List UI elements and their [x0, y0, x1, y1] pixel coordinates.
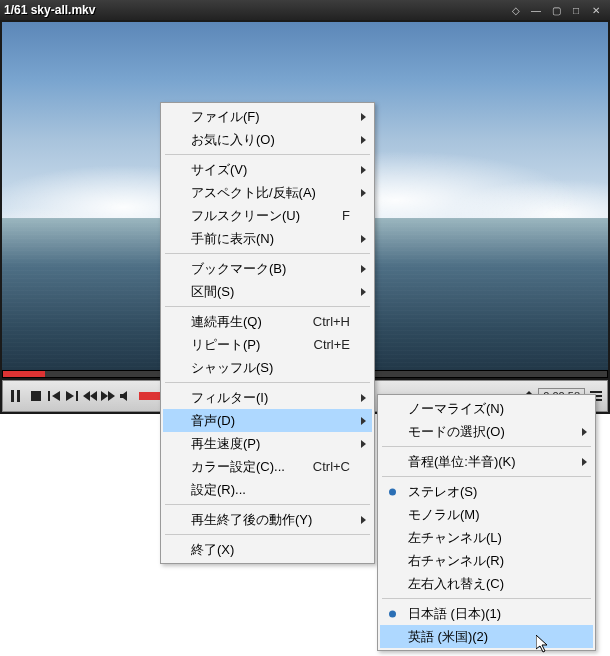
svg-marker-8: [90, 391, 97, 401]
svg-rect-3: [48, 391, 50, 401]
chevron-right-icon: [361, 394, 366, 402]
menu-fullscreen[interactable]: フルスクリーン(U)F: [163, 204, 372, 227]
menu-after-play[interactable]: 再生終了後の動作(Y): [163, 508, 372, 531]
audio-submenu: ノーマライズ(N) モードの選択(O) 音程(単位:半音)(K) ステレオ(S)…: [377, 394, 596, 651]
restore-icon[interactable]: ▢: [546, 3, 566, 17]
svg-marker-9: [101, 391, 108, 401]
svg-rect-1: [17, 390, 20, 402]
svg-marker-4: [52, 391, 60, 401]
svg-marker-11: [120, 391, 127, 401]
menu-color[interactable]: カラー設定(C)...Ctrl+C: [163, 455, 372, 478]
menu-separator: [165, 504, 370, 505]
prev-button[interactable]: [45, 384, 63, 408]
svg-rect-6: [76, 391, 78, 401]
menu-audio[interactable]: 音声(D): [163, 409, 372, 432]
menu-separator: [382, 446, 591, 447]
menu-speed[interactable]: 再生速度(P): [163, 432, 372, 455]
close-icon[interactable]: ✕: [586, 3, 606, 17]
submenu-stereo[interactable]: ステレオ(S): [380, 480, 593, 503]
chevron-right-icon: [361, 288, 366, 296]
svg-marker-5: [66, 391, 74, 401]
chevron-right-icon: [361, 189, 366, 197]
menu-separator: [382, 598, 591, 599]
context-menu: ファイル(F) お気に入り(O) サイズ(V) アスペクト比/反転(A) フルス…: [160, 102, 375, 564]
speaker-icon[interactable]: [117, 384, 135, 408]
radio-checked-icon: [389, 610, 396, 617]
menu-shuffle[interactable]: シャッフル(S): [163, 356, 372, 379]
chevron-right-icon: [361, 440, 366, 448]
chevron-right-icon: [361, 417, 366, 425]
svg-rect-14: [590, 391, 602, 393]
menu-section[interactable]: 区間(S): [163, 280, 372, 303]
submenu-mono[interactable]: モノラル(M): [380, 503, 593, 526]
menu-repeat-play[interactable]: 連続再生(Q)Ctrl+H: [163, 310, 372, 333]
menu-file[interactable]: ファイル(F): [163, 105, 372, 128]
submenu-swap-channels[interactable]: 左右入れ替え(C): [380, 572, 593, 595]
menu-filter[interactable]: フィルター(I): [163, 386, 372, 409]
forward-button[interactable]: [99, 384, 117, 408]
svg-marker-7: [83, 391, 90, 401]
svg-marker-10: [108, 391, 115, 401]
chevron-right-icon: [361, 113, 366, 121]
pause-button[interactable]: [5, 384, 27, 408]
svg-rect-0: [11, 390, 14, 402]
chevron-right-icon: [582, 458, 587, 466]
menu-separator: [165, 306, 370, 307]
radio-checked-icon: [389, 488, 396, 495]
submenu-mode[interactable]: モードの選択(O): [380, 420, 593, 443]
title-bar: 1/61 sky-all.mkv ◇ — ▢ □ ✕: [0, 0, 610, 20]
menu-bookmark[interactable]: ブックマーク(B): [163, 257, 372, 280]
chevron-right-icon: [361, 516, 366, 524]
chevron-right-icon: [361, 235, 366, 243]
maximize-icon[interactable]: □: [566, 3, 586, 17]
volume-level: [139, 392, 161, 400]
chevron-right-icon: [361, 265, 366, 273]
submenu-normalize[interactable]: ノーマライズ(N): [380, 397, 593, 420]
menu-separator: [165, 253, 370, 254]
submenu-lang-japanese[interactable]: 日本語 (日本)(1): [380, 602, 593, 625]
chevron-right-icon: [361, 136, 366, 144]
chevron-right-icon: [582, 428, 587, 436]
menu-exit[interactable]: 終了(X): [163, 538, 372, 561]
stop-button[interactable]: [27, 384, 45, 408]
svg-rect-2: [31, 391, 41, 401]
submenu-left-channel[interactable]: 左チャンネル(L): [380, 526, 593, 549]
menu-aspect[interactable]: アスペクト比/反転(A): [163, 181, 372, 204]
menu-ontop[interactable]: 手前に表示(N): [163, 227, 372, 250]
pin-icon[interactable]: ◇: [506, 3, 526, 17]
window-title: 1/61 sky-all.mkv: [4, 3, 506, 17]
chevron-right-icon: [361, 166, 366, 174]
submenu-pitch[interactable]: 音程(単位:半音)(K): [380, 450, 593, 473]
seek-progress: [3, 371, 45, 377]
menu-separator: [165, 534, 370, 535]
menu-repeat[interactable]: リピート(P)Ctrl+E: [163, 333, 372, 356]
menu-size[interactable]: サイズ(V): [163, 158, 372, 181]
menu-favorites[interactable]: お気に入り(O): [163, 128, 372, 151]
submenu-right-channel[interactable]: 右チャンネル(R): [380, 549, 593, 572]
menu-separator: [165, 382, 370, 383]
minimize-icon[interactable]: —: [526, 3, 546, 17]
submenu-lang-english[interactable]: 英語 (米国)(2): [380, 625, 593, 648]
menu-settings[interactable]: 設定(R)...: [163, 478, 372, 501]
rewind-button[interactable]: [81, 384, 99, 408]
next-button[interactable]: [63, 384, 81, 408]
window-controls: ◇ — ▢ □ ✕: [506, 3, 606, 17]
menu-separator: [382, 476, 591, 477]
menu-separator: [165, 154, 370, 155]
